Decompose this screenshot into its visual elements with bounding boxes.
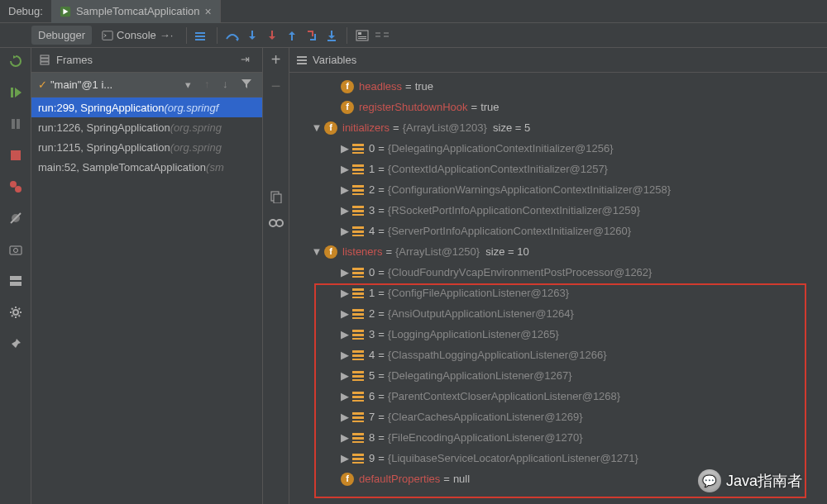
expand-icon[interactable]: ▶	[339, 411, 351, 423]
show-watches-icon[interactable]	[268, 215, 284, 231]
expand-icon[interactable]: ▶	[339, 205, 351, 216]
expand-icon[interactable]: ▶	[339, 453, 351, 464]
frame-row[interactable]: run:299, SpringApplication (org.springf	[31, 97, 262, 117]
expand-icon[interactable]	[327, 81, 339, 93]
expand-icon[interactable]: ▼	[311, 122, 323, 134]
field-icon: f	[341, 80, 354, 93]
variable-row[interactable]: ▶0= {CloudFoundryVcapEnvironmentPostProc…	[289, 262, 827, 283]
variable-row[interactable]: ▶2= {ConfigurationWarningsApplicationCon…	[289, 179, 827, 200]
show-execution-point-icon[interactable]	[194, 27, 210, 44]
svg-point-19	[15, 186, 22, 193]
pause-icon[interactable]	[7, 116, 24, 132]
variable-row[interactable]: ▶9= {LiquibaseServiceLocatorApplicationL…	[289, 448, 827, 468]
frame-row[interactable]: run:1226, SpringApplication (org.spring	[31, 117, 262, 137]
variable-row[interactable]: ▼finitializers= {ArrayList@1203} size = …	[289, 117, 827, 138]
field-icon: f	[324, 121, 337, 135]
svg-rect-5	[327, 40, 336, 41]
variable-row[interactable]: fregisterShutdownHook= true	[289, 97, 827, 117]
view-breakpoints-icon[interactable]	[7, 178, 24, 195]
get-thread-dump-icon[interactable]	[7, 241, 24, 258]
console-icon	[102, 30, 113, 41]
tab-debugger[interactable]: Debugger	[31, 26, 92, 45]
main-area: Frames ⇥ ✓ "main"@1 i... ▾ ↑ ↓ run:299, …	[0, 48, 827, 504]
drop-frame-icon[interactable]	[304, 27, 320, 44]
variables-icon	[296, 55, 308, 66]
copy-icon[interactable]	[268, 188, 284, 205]
expand-icon[interactable]: ▶	[339, 391, 351, 402]
svg-rect-4	[195, 39, 205, 40]
remove-watch-icon[interactable]: −	[268, 78, 284, 94]
variable-row[interactable]: ▶5= {DelegatingApplicationListener@1267}	[289, 365, 827, 386]
new-watch-icon[interactable]: +	[268, 51, 284, 68]
variable-row[interactable]: fheadless= true	[289, 76, 827, 97]
step-over-icon[interactable]	[224, 27, 241, 44]
variables-tree[interactable]: fheadless= truefregisterShutdownHook= tr…	[289, 73, 827, 489]
variable-row[interactable]: ▶4= {ServerPortInfoApplicationContextIni…	[289, 221, 827, 241]
restore-layout-icon[interactable]: ⇥	[241, 53, 256, 68]
variable-row[interactable]: ▶8= {FileEncodingApplicationListener@127…	[289, 427, 827, 448]
mute-breakpoints-icon[interactable]	[7, 210, 24, 226]
expand-icon[interactable]	[327, 473, 339, 485]
variables-panel: Variables fheadless= truefregisterShutdo…	[289, 48, 827, 504]
stop-icon[interactable]	[7, 147, 24, 164]
layout-icon[interactable]	[7, 273, 24, 289]
array-element-icon	[352, 206, 364, 216]
array-element-icon	[352, 412, 364, 422]
expand-icon[interactable]: ▶	[339, 349, 351, 361]
force-step-into-icon[interactable]	[264, 27, 280, 44]
frame-row[interactable]: main:52, SampleTomcatApplication (sm	[31, 157, 262, 177]
expand-icon[interactable]: ▶	[339, 308, 351, 320]
variable-row[interactable]: ▶3= {LoggingApplicationListener@1265}	[289, 324, 827, 345]
expand-icon[interactable]: ▶	[339, 164, 351, 175]
expand-icon[interactable]: ▶	[339, 184, 351, 196]
variable-row[interactable]: ▶2= {AnsiOutputApplicationListener@1264}	[289, 303, 827, 324]
svg-point-33	[276, 220, 283, 226]
variable-row[interactable]: ▶1= {ConfigFileApplicationListener@1263}	[289, 283, 827, 303]
evaluate-expression-icon[interactable]	[354, 27, 370, 44]
thread-selector[interactable]: ✓ "main"@1 i... ▾ ↑ ↓	[31, 73, 262, 97]
variable-row[interactable]: ▶6= {ParentContextCloserApplicationListe…	[289, 386, 827, 407]
variable-row[interactable]: ▶7= {ClearCachesApplicationListener@1269…	[289, 407, 827, 427]
next-frame-icon[interactable]: ↓	[222, 78, 237, 93]
svg-rect-22	[10, 246, 22, 254]
svg-rect-17	[11, 150, 21, 160]
expand-icon[interactable]: ▶	[339, 329, 351, 340]
frame-row[interactable]: run:1215, SpringApplication (org.spring	[31, 137, 262, 157]
field-icon: f	[341, 473, 354, 486]
debug-run-tab[interactable]: SampleTomcatApplication ×	[51, 0, 221, 23]
variable-row[interactable]: ▶0= {DelegatingApplicationContextInitial…	[289, 138, 827, 159]
rerun-icon[interactable]	[7, 53, 24, 69]
expand-icon[interactable]: ▶	[339, 267, 351, 278]
expand-icon[interactable]	[327, 102, 339, 113]
prev-frame-icon[interactable]: ↑	[204, 78, 219, 93]
step-out-icon[interactable]	[284, 27, 300, 44]
svg-rect-1	[103, 31, 112, 40]
variable-row[interactable]: ▶3= {RSocketPortInfoApplicationContextIn…	[289, 200, 827, 221]
expand-icon[interactable]: ▶	[339, 432, 351, 444]
variable-row[interactable]: ▶4= {ClasspathLoggingApplicationListener…	[289, 345, 827, 365]
expand-icon[interactable]: ▶	[339, 370, 351, 382]
array-element-icon	[352, 392, 364, 402]
expand-icon[interactable]: ▶	[339, 288, 351, 299]
trace-current-stream-chain-icon[interactable]	[374, 27, 390, 44]
step-into-icon[interactable]	[244, 27, 261, 44]
close-icon[interactable]: ×	[205, 6, 212, 17]
resume-icon[interactable]	[7, 84, 24, 101]
variable-row[interactable]: ▼flisteners= {ArrayList@1250} size = 10	[289, 241, 827, 262]
variables-header: Variables	[289, 48, 827, 73]
expand-icon[interactable]: ▶	[339, 226, 351, 237]
run-to-cursor-icon[interactable]	[323, 27, 340, 44]
field-icon: f	[341, 101, 354, 114]
expand-icon[interactable]: ▶	[339, 143, 351, 155]
pin-icon[interactable]	[7, 335, 24, 352]
expand-icon[interactable]: ▼	[311, 246, 323, 258]
svg-rect-8	[358, 36, 366, 37]
filter-icon[interactable]	[241, 78, 256, 93]
svg-rect-27	[41, 55, 49, 58]
svg-rect-12	[384, 32, 389, 34]
settings-icon[interactable]	[7, 304, 24, 321]
variable-row[interactable]: fdefaultProperties= null	[289, 468, 827, 489]
variable-row[interactable]: ▶1= {ContextIdApplicationContextInitiali…	[289, 159, 827, 179]
tab-console[interactable]: Console →·	[95, 26, 179, 45]
variables-gutter: + −	[263, 48, 289, 504]
